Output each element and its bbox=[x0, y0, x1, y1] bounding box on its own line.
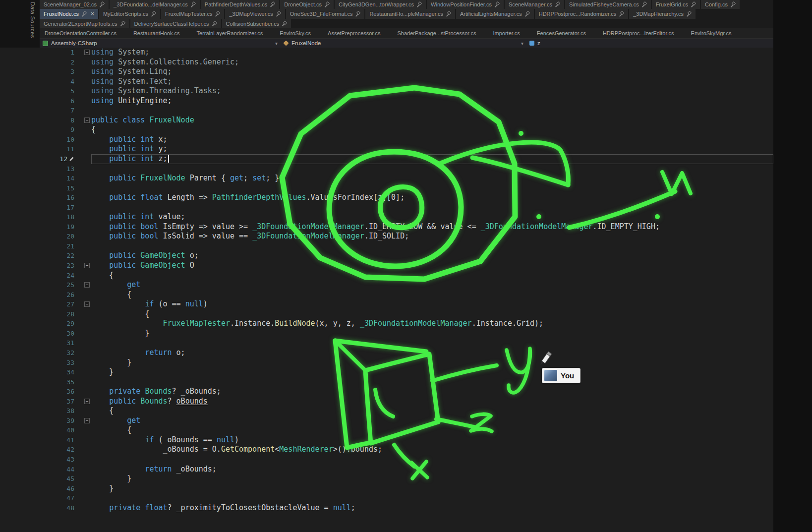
code-line[interactable]: 28 { bbox=[0, 309, 773, 319]
breadcrumb-type[interactable]: FruxelNode ▾ bbox=[281, 39, 526, 48]
tab--3dmapviewer-cs[interactable]: _3DMapViewer.cs bbox=[225, 9, 285, 19]
code-line[interactable]: 46 } bbox=[0, 484, 773, 494]
code-line[interactable]: 10 public int x; bbox=[0, 135, 773, 145]
code-line[interactable]: 16 public float Length => PathfinderDept… bbox=[0, 193, 773, 203]
code-line[interactable]: 3using System.Linq; bbox=[0, 67, 773, 77]
code-line[interactable]: 23− public GameObject O bbox=[0, 261, 773, 271]
tab-assetpreprocessor-cs[interactable]: AssetPreprocessor.cs bbox=[323, 28, 385, 38]
code-line[interactable]: 18 public int value; bbox=[0, 212, 773, 222]
code-line[interactable]: 34 } bbox=[0, 367, 773, 377]
fold-marker-icon[interactable]: − bbox=[84, 282, 90, 288]
tab-fencesgenerator-cs[interactable]: FencesGenerator.cs bbox=[532, 28, 591, 38]
code-line[interactable]: 47 bbox=[0, 493, 773, 503]
tab-fruxelnode-cs[interactable]: FruxelNode.cs× bbox=[40, 9, 98, 19]
data-sources-tab[interactable]: Data Sources bbox=[26, 2, 36, 47]
tab-fruxelmaptester-cs[interactable]: FruxelMapTester.cs bbox=[161, 9, 224, 19]
fold-marker-icon[interactable]: − bbox=[84, 263, 90, 268]
code-line[interactable]: 48 private float? _proximityToClosestObs… bbox=[0, 503, 773, 513]
pin-icon[interactable] bbox=[619, 11, 624, 16]
chevron-down-icon[interactable]: ▾ bbox=[275, 41, 278, 46]
code-line[interactable]: 35 bbox=[0, 377, 773, 387]
tab-envirosky-cs[interactable]: EnviroSky.cs bbox=[275, 28, 316, 38]
tab-myeditorscripts-cs[interactable]: MyEditorScripts.cs bbox=[99, 9, 160, 19]
breadcrumb-member[interactable]: z bbox=[526, 39, 773, 48]
code-line[interactable]: 36 private Bounds? _oBounds; bbox=[0, 387, 773, 397]
pin-icon[interactable] bbox=[555, 2, 560, 7]
pin-icon[interactable] bbox=[446, 11, 451, 16]
tab-scenemanager-02-cs[interactable]: SceneManager_02.cs bbox=[40, 0, 109, 9]
pin-icon[interactable] bbox=[355, 11, 360, 16]
code-line[interactable]: 44 return _oBounds; bbox=[0, 465, 773, 474]
code-line[interactable]: 31 bbox=[0, 338, 773, 348]
tab-config-cs[interactable]: Config.cs bbox=[701, 0, 740, 9]
tab-restauranthook-cs[interactable]: RestaurantHook.cs bbox=[128, 28, 185, 38]
fold-marker-icon[interactable]: − bbox=[84, 50, 90, 55]
fold-marker-icon[interactable]: − bbox=[84, 418, 90, 423]
code-line[interactable]: 9{ bbox=[0, 125, 773, 135]
tab--3dmaphierarchy-cs[interactable]: _3DMapHierarchy.cs bbox=[629, 9, 696, 19]
code-line[interactable]: 7 bbox=[0, 106, 773, 116]
pin-icon[interactable] bbox=[212, 21, 217, 26]
pin-icon[interactable] bbox=[276, 11, 281, 16]
code-line[interactable]: 4using System.Text; bbox=[0, 77, 773, 87]
tab-fruxelgrid-cs[interactable]: FruxelGrid.cs bbox=[652, 0, 700, 9]
code-line[interactable]: 45 } bbox=[0, 474, 773, 484]
code-line[interactable]: 8−public class FruxelNode bbox=[0, 116, 773, 125]
pin-icon[interactable] bbox=[687, 11, 692, 16]
tab-onesec3d-fileformat-cs[interactable]: OneSec3D_FileFormat.cs bbox=[286, 9, 365, 19]
code-line[interactable]: 13 bbox=[0, 164, 773, 174]
code-line[interactable]: 29 FruxelMapTester.Instance.BuildNode(x,… bbox=[0, 319, 773, 329]
tab-citygen3dgen-torwrapper-cs[interactable]: CityGen3DGen...torWrapper.cs bbox=[335, 0, 426, 9]
code-line[interactable]: 40 { bbox=[0, 425, 773, 435]
pin-icon[interactable] bbox=[525, 11, 530, 16]
tab-pathfinderdepthvalues-cs[interactable]: PathfinderDepthValues.cs bbox=[201, 0, 279, 9]
code-line[interactable]: 33 } bbox=[0, 358, 773, 368]
code-editor[interactable]: 1−using System;2using System.Collections… bbox=[0, 48, 773, 532]
code-line[interactable]: 43 bbox=[0, 455, 773, 465]
code-line[interactable]: 25− get bbox=[0, 280, 773, 290]
tab-droneobject-cs[interactable]: DroneObject.cs bbox=[280, 0, 334, 9]
pin-icon[interactable] bbox=[495, 2, 500, 7]
pin-icon[interactable] bbox=[325, 2, 330, 7]
close-icon[interactable]: × bbox=[91, 10, 94, 17]
tab-simulatedfisheyecamera-cs[interactable]: SimulatedFisheyeCamera.cs bbox=[565, 0, 651, 9]
code-line[interactable]: 39− get bbox=[0, 416, 773, 426]
fold-marker-icon[interactable]: − bbox=[84, 118, 90, 123]
code-line[interactable]: 21 bbox=[0, 241, 773, 251]
pin-icon[interactable] bbox=[691, 2, 696, 7]
tab--3dfoundatio-delmanager-cs[interactable]: _3DFoundatio...delManager.cs bbox=[110, 0, 200, 9]
breadcrumb-project[interactable]: Assembly-CSharp ▾ bbox=[40, 39, 281, 48]
tab-hdrppostproc-randomizer-cs[interactable]: HDRPPostproc...Randomizer.cs bbox=[535, 9, 629, 19]
tab-windowpositionfinder-cs[interactable]: WindowPositionFinder.cs bbox=[427, 0, 504, 9]
tab-collisionsubscriber-cs[interactable]: CollisionSubscriber.cs bbox=[222, 19, 291, 28]
pin-icon[interactable] bbox=[642, 2, 647, 7]
code-line[interactable]: 32 return o; bbox=[0, 348, 773, 358]
tab-artificiallightsmanager-cs[interactable]: ArtificialLightsManager.cs bbox=[456, 9, 534, 19]
code-line[interactable]: 30 } bbox=[0, 329, 773, 339]
pin-icon[interactable] bbox=[82, 11, 87, 16]
code-line[interactable]: 2using System.Collections.Generic; bbox=[0, 58, 773, 67]
code-line[interactable]: 27− if (o == null) bbox=[0, 299, 773, 309]
code-line[interactable]: 24 { bbox=[0, 271, 773, 281]
code-line[interactable]: 11 public int y; bbox=[0, 144, 773, 154]
code-line[interactable]: 37− public Bounds? oBounds bbox=[0, 397, 773, 407]
pin-icon[interactable] bbox=[100, 2, 105, 7]
code-line[interactable]: 1−using System; bbox=[0, 48, 773, 58]
code-line[interactable]: 20 public bool IsSolid => value == _3DFo… bbox=[0, 232, 773, 241]
pin-icon[interactable] bbox=[215, 11, 220, 16]
fold-marker-icon[interactable]: − bbox=[84, 301, 90, 307]
code-line[interactable]: 5using System.Threading.Tasks; bbox=[0, 86, 773, 96]
pin-icon[interactable] bbox=[151, 11, 156, 16]
tab-restaurantho-plemanager-cs[interactable]: RestaurantHo...pleManager.cs bbox=[365, 9, 455, 19]
code-line[interactable]: 26 { bbox=[0, 290, 773, 300]
tab-generator2exportmaptools-cs[interactable]: Generator2ExportMapTools.cs bbox=[40, 19, 129, 28]
tab-enviroskymgr-cs[interactable]: EnviroSkyMgr.cs bbox=[686, 28, 737, 38]
code-line[interactable]: 12 public int z; bbox=[0, 154, 773, 164]
tab-hdrppostproc-izereditor-cs[interactable]: HDRPPostproc...izerEditor.cs bbox=[598, 28, 679, 38]
code-line[interactable]: 6using UnityEngine; bbox=[0, 96, 773, 106]
pin-icon[interactable] bbox=[417, 2, 422, 7]
code-line[interactable]: 14 public FruxelNode Parent { get; set; … bbox=[0, 174, 773, 183]
pin-icon[interactable] bbox=[731, 2, 736, 7]
pin-icon[interactable] bbox=[282, 21, 287, 26]
tab-importer-cs[interactable]: Importer.cs bbox=[488, 28, 524, 38]
